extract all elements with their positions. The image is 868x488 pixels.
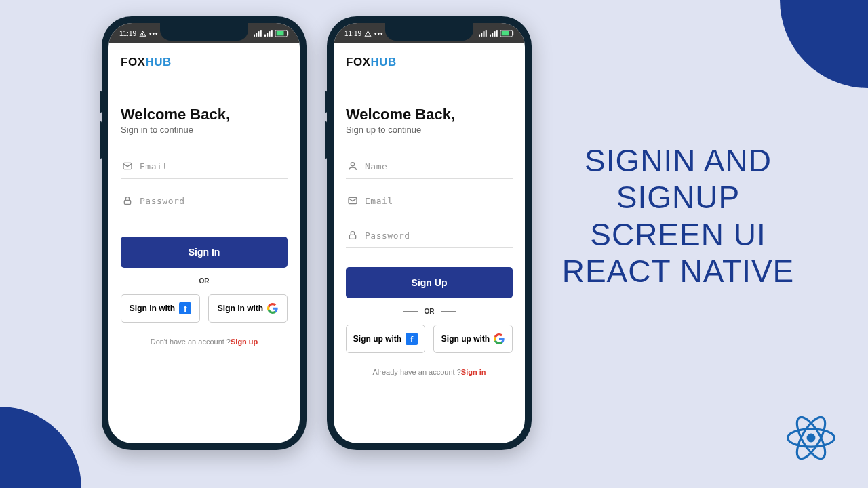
svg-rect-7 bbox=[271, 30, 273, 37]
password-input[interactable] bbox=[140, 196, 286, 206]
signal-icon bbox=[254, 30, 262, 37]
battery-icon bbox=[500, 30, 514, 37]
svg-rect-22 bbox=[513, 32, 514, 35]
status-time: 11:19 bbox=[344, 30, 361, 37]
svg-rect-0 bbox=[254, 35, 255, 37]
svg-rect-18 bbox=[492, 33, 493, 37]
phone-notch bbox=[160, 23, 248, 41]
phone-notch bbox=[385, 23, 473, 41]
signup-facebook-button[interactable]: Sign up with f bbox=[346, 325, 425, 353]
email-field-row bbox=[346, 188, 513, 214]
svg-rect-15 bbox=[484, 31, 485, 37]
google-icon bbox=[267, 303, 278, 314]
page-heading: Welcome Back, bbox=[346, 106, 513, 123]
email-icon bbox=[122, 161, 133, 171]
brand-logo: FOXHUB bbox=[346, 56, 513, 69]
email-input[interactable] bbox=[140, 161, 286, 171]
svg-rect-19 bbox=[494, 31, 496, 37]
email-field-row bbox=[121, 154, 288, 179]
phone-mockup-signup: 11:19 ••• FOXHUB Welcome Back, Sign up t… bbox=[327, 16, 532, 450]
more-icon: ••• bbox=[374, 30, 384, 37]
svg-rect-10 bbox=[277, 31, 284, 36]
signin-prompt: Already have an account ?Sign in bbox=[346, 368, 513, 376]
password-input[interactable] bbox=[365, 230, 511, 241]
facebook-icon: f bbox=[179, 302, 191, 314]
signup-button[interactable]: Sign Up bbox=[346, 267, 513, 298]
status-time: 11:19 bbox=[119, 30, 136, 37]
facebook-icon: f bbox=[406, 333, 418, 345]
more-icon: ••• bbox=[149, 30, 159, 37]
svg-rect-2 bbox=[258, 31, 260, 37]
name-input[interactable] bbox=[365, 161, 511, 171]
page-heading: Welcome Back, bbox=[121, 106, 288, 123]
lock-icon bbox=[347, 230, 358, 241]
brand-logo: FOXHUB bbox=[121, 56, 288, 69]
svg-rect-6 bbox=[269, 31, 271, 37]
email-input[interactable] bbox=[365, 196, 511, 206]
signup-prompt: Don't have an account ?Sign up bbox=[121, 338, 288, 346]
signal-icon-2 bbox=[490, 30, 498, 37]
warning-icon bbox=[364, 30, 372, 37]
battery-icon bbox=[275, 30, 289, 37]
svg-rect-3 bbox=[260, 30, 262, 37]
google-icon bbox=[494, 333, 505, 344]
page-subtitle: Sign in to continue bbox=[121, 125, 288, 135]
signup-link[interactable]: Sign up bbox=[231, 338, 258, 346]
warning-icon bbox=[139, 30, 146, 37]
svg-rect-12 bbox=[124, 200, 130, 204]
svg-point-27 bbox=[807, 434, 816, 443]
signup-google-button[interactable]: Sign up with bbox=[433, 325, 513, 353]
signin-google-button[interactable]: Sign in with bbox=[208, 294, 288, 323]
lock-icon bbox=[122, 195, 133, 206]
svg-rect-20 bbox=[496, 30, 498, 37]
signal-icon-2 bbox=[264, 30, 273, 37]
svg-point-24 bbox=[351, 163, 354, 166]
or-divider: OR bbox=[346, 308, 513, 315]
page-title: SIGNIN AND SIGNUP SCREEN UI REACT NATIVE bbox=[529, 142, 827, 289]
password-field-row bbox=[121, 188, 288, 214]
decorative-circle-bottom-left bbox=[0, 407, 81, 488]
svg-rect-9 bbox=[288, 32, 289, 35]
phone-mockup-signin: 11:19 ••• FOXHUB Welcome Back, Sign in t… bbox=[102, 16, 307, 450]
svg-rect-17 bbox=[490, 35, 491, 37]
user-icon bbox=[347, 161, 358, 171]
svg-rect-13 bbox=[479, 35, 480, 37]
svg-rect-1 bbox=[256, 33, 257, 37]
svg-rect-5 bbox=[267, 33, 268, 37]
or-divider: OR bbox=[121, 277, 288, 285]
react-logo-icon bbox=[787, 416, 835, 460]
email-icon bbox=[347, 195, 358, 206]
svg-rect-14 bbox=[481, 33, 482, 37]
svg-rect-4 bbox=[264, 35, 266, 37]
signin-facebook-button[interactable]: Sign in with f bbox=[121, 294, 200, 323]
signal-icon bbox=[479, 30, 488, 37]
signin-button[interactable]: Sign In bbox=[121, 237, 288, 268]
password-field-row bbox=[346, 223, 513, 248]
page-subtitle: Sign up to continue bbox=[346, 125, 513, 135]
signin-link[interactable]: Sign in bbox=[461, 368, 486, 376]
svg-rect-26 bbox=[349, 235, 355, 239]
svg-rect-16 bbox=[486, 30, 487, 37]
name-field-row bbox=[346, 154, 513, 179]
decorative-circle-top-right bbox=[780, 0, 868, 88]
svg-rect-23 bbox=[502, 31, 509, 36]
